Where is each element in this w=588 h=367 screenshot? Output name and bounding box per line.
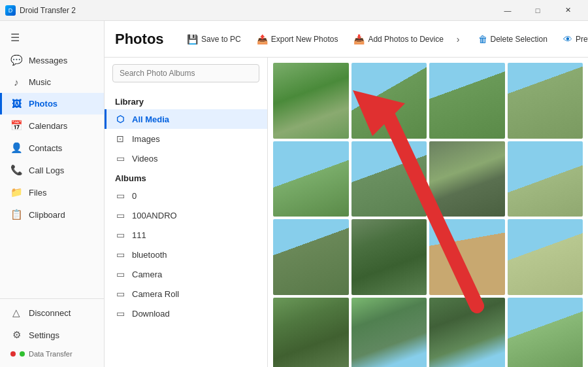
title-bar: D Droid Transfer 2 — □ ✕ [0,0,588,21]
album-item-camera-roll[interactable]: ▭ Camera Roll [105,284,267,304]
album-bluetooth-label: bluetooth [132,250,167,260]
albums-section-title: Albums [105,168,267,186]
sidebar-item-disconnect[interactable]: △ Disconnect [0,302,104,324]
more-button[interactable]: › [453,31,464,47]
album-item-all-media[interactable]: ⬡ All Media [105,109,267,129]
album-download-label: Download [132,309,170,319]
photo-cell-9[interactable] [273,219,349,295]
content-area: Photos 💾 Save to PC 📤 Export New Photos … [105,21,588,367]
sidebar-label-call-logs: Call Logs [29,166,64,175]
album-camera-icon: ▭ [115,269,125,279]
photo-cell-2[interactable] [351,63,427,139]
add-photos-button[interactable]: 📥 Add Photos to Device [347,30,449,48]
sidebar-label-calendars: Calendars [29,121,67,131]
photo-cell-12[interactable] [508,219,583,295]
photo-cell-8[interactable] [508,141,583,217]
data-transfer-status: Data Transfer [0,346,104,362]
album-list: Library ⬡ All Media ⊡ Images ▭ Videos Al… [105,89,267,367]
export-label: Export New Photos [271,35,338,44]
images-label: Images [132,134,160,144]
sidebar-item-files[interactable]: 📁 Files [0,181,104,203]
sidebar-item-settings[interactable]: ⚙ Settings [0,324,104,346]
photo-cell-16[interactable] [508,298,583,368]
main-layout: ☰ 💬 Messages ♪ Music 🖼 Photos 📅 Calendar… [0,21,588,367]
add-photos-label: Add Photos to Device [368,35,443,44]
sidebar-item-photos[interactable]: 🖼 Photos [0,93,104,114]
all-media-label: All Media [132,114,169,124]
sidebar-item-call-logs[interactable]: 📞 Call Logs [0,159,104,181]
library-section-title: Library [105,92,267,109]
preview-label: Preview [576,35,588,44]
delete-icon: 🗑 [478,34,487,44]
album-0-icon: ▭ [115,190,125,201]
call-logs-icon: 📞 [10,164,22,176]
save-to-pc-button[interactable]: 💾 Save to PC [180,30,248,48]
data-transfer-label: Data Transfer [29,350,73,358]
photo-cell-5[interactable] [273,141,349,217]
photo-cell-10[interactable] [351,219,427,295]
photo-cell-15[interactable] [429,298,505,368]
search-input[interactable] [112,64,259,82]
files-icon: 📁 [10,186,22,198]
content-body: Library ⬡ All Media ⊡ Images ▭ Videos Al… [105,58,588,367]
sidebar-label-contacts: Contacts [29,143,62,153]
album-0-label: 0 [132,191,137,201]
messages-icon: 💬 [10,54,22,66]
photo-cell-7[interactable] [429,141,505,217]
title-bar-controls: — □ ✕ [493,0,583,21]
sidebar-item-clipboard[interactable]: 📋 Clipboard [0,203,104,226]
sidebar-label-messages: Messages [29,56,67,65]
album-camera-label: Camera [132,270,162,279]
calendars-icon: 📅 [10,120,22,131]
album-item-videos[interactable]: ▭ Videos [105,149,267,168]
photo-grid [273,63,583,367]
preview-button[interactable]: 👁 Preview [557,30,588,48]
preview-icon: 👁 [563,34,572,44]
sidebar-item-messages[interactable]: 💬 Messages [0,49,104,71]
album-100andro-label: 100ANDRO [132,211,177,220]
sidebar-item-calendars[interactable]: 📅 Calendars [0,114,104,137]
photo-cell-1[interactable] [273,63,349,139]
album-item-download[interactable]: ▭ Download [105,304,267,323]
sidebar-item-music[interactable]: ♪ Music [0,71,104,93]
all-media-icon: ⬡ [115,114,125,124]
photo-cell-11[interactable] [429,219,505,295]
page-title: Photos [115,31,167,48]
save-to-pc-icon: 💾 [187,34,198,44]
sidebar: ☰ 💬 Messages ♪ Music 🖼 Photos 📅 Calendar… [0,21,105,367]
minimize-button[interactable]: — [493,0,523,21]
photo-cell-14[interactable] [351,298,427,368]
sidebar-label-music: Music [29,77,51,87]
album-item-images[interactable]: ⊡ Images [105,129,267,149]
photos-icon: 🖼 [10,98,22,109]
album-item-100andro[interactable]: ▭ 100ANDRO [105,205,267,225]
album-camera-roll-icon: ▭ [115,288,125,299]
sidebar-label-files: Files [29,188,46,198]
photo-cell-3[interactable] [429,63,505,139]
album-item-bluetooth[interactable]: ▭ bluetooth [105,245,267,264]
album-bluetooth-icon: ▭ [115,249,125,260]
sidebar-label-photos: Photos [29,99,57,109]
close-button[interactable]: ✕ [553,0,583,21]
hamburger-icon[interactable]: ☰ [0,26,104,49]
photo-cell-4[interactable] [508,63,583,139]
album-item-111[interactable]: ▭ 111 [105,225,267,245]
album-item-0[interactable]: ▭ 0 [105,186,267,205]
title-bar-left: D Droid Transfer 2 [5,5,76,16]
images-icon: ⊡ [115,133,125,144]
videos-icon: ▭ [115,153,125,164]
sidebar-item-contacts[interactable]: 👤 Contacts [0,137,104,159]
dot-green [20,351,25,357]
save-to-pc-label: Save to PC [201,35,241,44]
photo-cell-13[interactable] [273,298,349,368]
photo-cell-6[interactable] [351,141,427,217]
export-new-photos-button[interactable]: 📤 Export New Photos [250,30,345,48]
album-111-label: 111 [132,230,146,240]
album-download-icon: ▭ [115,308,125,319]
app-title: Droid Transfer 2 [20,6,76,15]
videos-label: Videos [132,154,158,164]
delete-selection-button[interactable]: 🗑 Delete Selection [472,30,554,48]
album-item-camera[interactable]: ▭ Camera [105,264,267,284]
maximize-button[interactable]: □ [523,0,553,21]
sidebar-label-settings: Settings [29,330,59,340]
